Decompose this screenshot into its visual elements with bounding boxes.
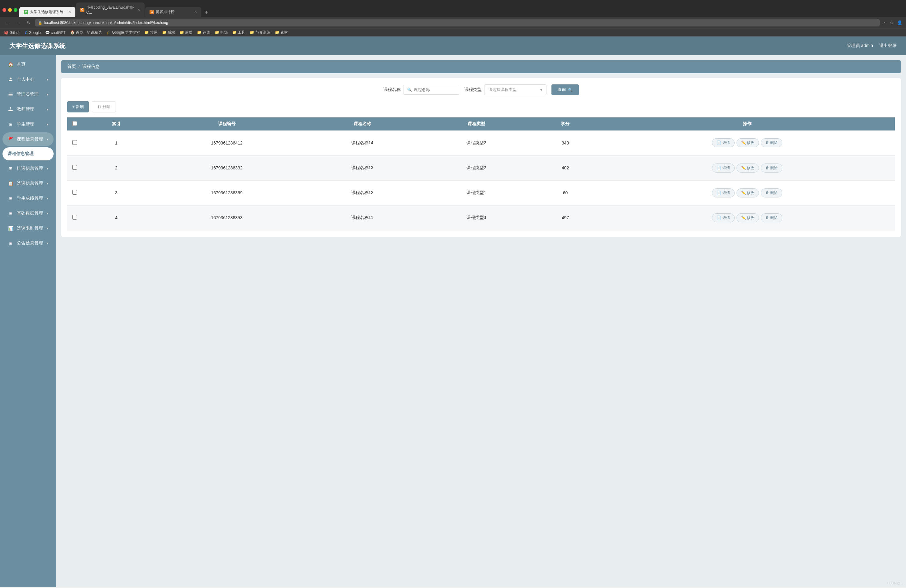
profile-icon[interactable]: 👤 bbox=[897, 20, 902, 25]
sidebar-item-home[interactable]: 🏠 首页 bbox=[3, 57, 54, 71]
row-actions-2: 📄 详情 ✏️ 修改 🗑 删除 bbox=[600, 155, 895, 180]
select-all-checkbox[interactable] bbox=[72, 121, 77, 126]
sidebar-item-grade-left: ⊞ 学生成绩管理 bbox=[8, 195, 43, 201]
svg-rect-1 bbox=[8, 93, 13, 93]
sidebar-item-admin-mgmt[interactable]: 管理员管理 ▾ bbox=[3, 88, 54, 101]
sidebar-item-student-mgmt[interactable]: ⊞ 学生管理 ▾ bbox=[3, 118, 54, 131]
new-tab-button[interactable]: + bbox=[202, 8, 211, 17]
bookmark-tools[interactable]: 📁 工具 bbox=[232, 30, 245, 35]
sidebar-item-schedule-mgmt[interactable]: ⊞ 排课信息管理 ▾ bbox=[3, 162, 54, 175]
row-checkbox-2[interactable] bbox=[72, 165, 77, 170]
row-index-4: 4 bbox=[82, 205, 150, 230]
tab-2-close[interactable]: ✕ bbox=[137, 8, 140, 12]
bookmark-chatgpt[interactable]: 💬 chatGPT bbox=[45, 30, 66, 35]
detail-btn-3[interactable]: 📄 详情 bbox=[712, 188, 734, 198]
sidebar-item-personal[interactable]: 个人中心 ▾ bbox=[3, 73, 54, 86]
limit-chevron: ▾ bbox=[47, 226, 49, 231]
sidebar-item-course-limit-mgmt[interactable]: 📊 选课限制管理 ▾ bbox=[3, 221, 54, 235]
tab-2[interactable]: C 小蔡coding_Java,Linux,前端-C... ✕ bbox=[76, 3, 145, 17]
delete-btn-3[interactable]: 🗑 删除 bbox=[761, 188, 782, 198]
maximize-traffic-light[interactable] bbox=[14, 8, 18, 12]
bookmark-ops[interactable]: 📁 运维 bbox=[197, 30, 210, 35]
bookmark-icon[interactable]: ☆ bbox=[890, 20, 894, 25]
edit-btn-2[interactable]: ✏️ 修改 bbox=[737, 164, 759, 172]
sidebar-item-course-info-mgmt[interactable]: 🚩 课程信息管理 ▾ bbox=[3, 132, 54, 146]
row-checkbox-cell bbox=[67, 180, 82, 205]
detail-btn-4[interactable]: 📄 详情 bbox=[712, 214, 734, 222]
search-icon: 🔍 bbox=[407, 88, 412, 92]
row-credits-4: 497 bbox=[531, 205, 600, 230]
edit-btn-3[interactable]: ✏️ 修改 bbox=[737, 188, 759, 198]
csdn-watermark: CSDN @... bbox=[887, 582, 903, 585]
bookmark-common[interactable]: 📁 常用 bbox=[144, 30, 157, 35]
bookmark-backend[interactable]: 📁 后端 bbox=[162, 30, 175, 35]
table-body: 1 1679361286412 课程名称14 课程类型2 343 📄 详情 ✏️… bbox=[67, 131, 895, 230]
personal-chevron: ▾ bbox=[47, 78, 49, 81]
query-button[interactable]: 查询 🔍 bbox=[552, 84, 579, 95]
address-bar[interactable]: 🔒 localhost:8080/daxueshengxuanxiuxuanke… bbox=[35, 19, 880, 27]
course-name-field: 课程名称 🔍 bbox=[383, 85, 459, 95]
tab-2-favicon: C bbox=[80, 8, 85, 12]
tab-3-favicon: C bbox=[150, 10, 154, 14]
sidebar-item-basic-data-mgmt[interactable]: ⊞ 基础数据管理 ▾ bbox=[3, 207, 54, 220]
edit-btn-1[interactable]: ✏️ 修改 bbox=[737, 138, 759, 147]
row-checkbox-4[interactable] bbox=[72, 215, 77, 220]
bookmark-frontend[interactable]: 📁 前端 bbox=[179, 30, 193, 35]
svg-rect-3 bbox=[8, 96, 13, 96]
sidebar-grade-label: 学生成绩管理 bbox=[17, 196, 43, 201]
lock-icon: 🔒 bbox=[38, 21, 42, 25]
tab-3-close[interactable]: ✕ bbox=[194, 10, 197, 14]
bookmark-google[interactable]: G Google bbox=[25, 30, 41, 35]
sidebar-item-teacher-left: 教师管理 bbox=[8, 106, 34, 112]
course-type-select[interactable]: 请选择课程类型 ▾ bbox=[484, 84, 547, 95]
course-name-input-wrapper[interactable]: 🔍 bbox=[403, 85, 459, 95]
back-button[interactable]: ← bbox=[4, 20, 12, 26]
detail-btn-1[interactable]: 📄 详情 bbox=[712, 138, 734, 147]
sidebar-item-course-sub-left: 课程信息管理 bbox=[8, 151, 33, 157]
edit-btn-4[interactable]: ✏️ 修改 bbox=[737, 214, 759, 222]
select-icon: 📋 bbox=[8, 180, 14, 186]
row-actions-1: 📄 详情 ✏️ 修改 🗑 删除 bbox=[600, 131, 895, 155]
row-course-name-3: 课程名称12 bbox=[303, 180, 421, 205]
bookmark-homepage[interactable]: 🏠 首页丨毕设精选 bbox=[70, 30, 102, 35]
sidebar-item-course-select-mgmt[interactable]: 📋 选课信息管理 ▾ bbox=[3, 177, 54, 190]
sidebar-item-course-info-sub[interactable]: 课程信息管理 bbox=[3, 147, 54, 160]
add-button[interactable]: + 新增 bbox=[67, 101, 89, 112]
tab-1-close[interactable]: ✕ bbox=[68, 10, 71, 14]
close-traffic-light[interactable] bbox=[3, 8, 6, 12]
sidebar-item-schedule-left: ⊞ 排课信息管理 bbox=[8, 166, 43, 172]
delete-btn-1[interactable]: 🗑 删除 bbox=[761, 138, 782, 147]
delete-btn-4[interactable]: 🗑 删除 bbox=[761, 214, 782, 222]
bookmark-scholar[interactable]: 🎓 Google 学术搜索 bbox=[106, 30, 140, 35]
batch-delete-button[interactable]: 🗑 删除 bbox=[92, 101, 116, 112]
sidebar-item-notice-mgmt[interactable]: ⊞ 公告信息管理 ▾ bbox=[3, 236, 54, 250]
row-course-type-3: 课程类型1 bbox=[421, 180, 531, 205]
row-checkbox-cell bbox=[67, 205, 82, 230]
notice-chevron: ▾ bbox=[47, 241, 49, 245]
detail-btn-2[interactable]: 📄 详情 bbox=[712, 164, 734, 172]
row-credits-3: 60 bbox=[531, 180, 600, 205]
tab-1[interactable]: V 大学生选修选课系统 ✕ bbox=[19, 7, 75, 17]
row-checkbox-1[interactable] bbox=[72, 140, 77, 145]
bookmark-rhythm[interactable]: 📁 节奏训练 bbox=[250, 30, 270, 35]
row-course-name-4: 课程名称11 bbox=[303, 205, 421, 230]
row-actions-3: 📄 详情 ✏️ 修改 🗑 删除 bbox=[600, 180, 895, 205]
extensions-icon[interactable]: ⋯ bbox=[882, 20, 887, 25]
row-checkbox-cell bbox=[67, 131, 82, 155]
tab-3[interactable]: C 博客排行榜 ✕ bbox=[145, 7, 201, 17]
row-index-1: 1 bbox=[82, 131, 150, 155]
bookmark-github[interactable]: 🐙 Github bbox=[4, 30, 21, 35]
delete-btn-2[interactable]: 🗑 删除 bbox=[761, 164, 782, 172]
course-type-placeholder: 请选择课程类型 bbox=[488, 87, 517, 92]
breadcrumb-home[interactable]: 首页 bbox=[67, 64, 76, 69]
sidebar-item-teacher-mgmt[interactable]: 教师管理 ▾ bbox=[3, 102, 54, 116]
minimize-traffic-light[interactable] bbox=[8, 8, 12, 12]
reload-button[interactable]: ↻ bbox=[25, 20, 32, 26]
logout-button[interactable]: 退出登录 bbox=[879, 43, 896, 49]
forward-button[interactable]: → bbox=[14, 20, 22, 26]
course-name-input[interactable] bbox=[414, 88, 455, 92]
row-checkbox-3[interactable] bbox=[72, 190, 77, 194]
sidebar-item-grade-mgmt[interactable]: ⊞ 学生成绩管理 ▾ bbox=[3, 191, 54, 205]
bookmark-material[interactable]: 📁 素材 bbox=[275, 30, 288, 35]
bookmark-airport[interactable]: 📁 机场 bbox=[215, 30, 228, 35]
